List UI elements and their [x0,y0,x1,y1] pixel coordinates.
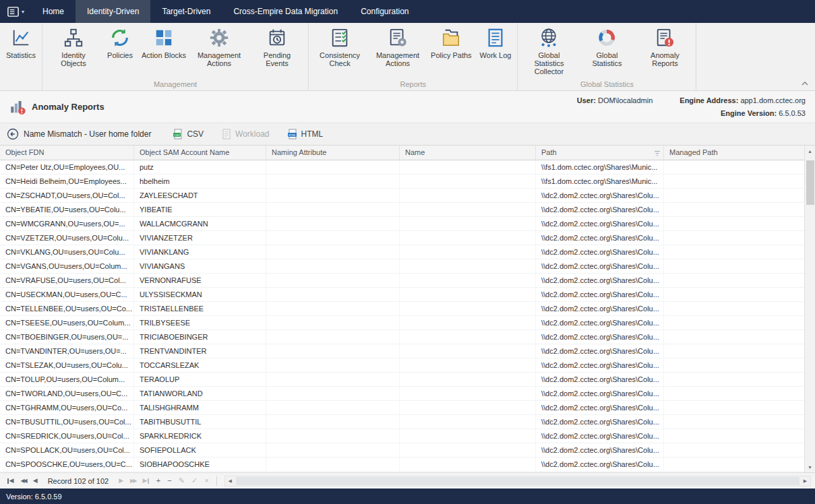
table-row[interactable]: CN=TBUSUTTIL,OU=users,OU=Col...TABITHBUS… [0,415,804,429]
table-cell: \\dc2.dom2.cctec.org\Shares\Colu... [536,288,664,301]
table-row[interactable]: CN=Heidi Belheim,OU=Employees...hbelheim… [0,175,804,189]
column-header-path[interactable]: Path [536,146,664,160]
scrollbar-thumb[interactable] [806,160,814,205]
table-cell: CN=TELLENBEE,OU=users,OU=Co... [0,302,134,315]
hscroll-thumb[interactable] [236,477,799,485]
tab-target-driven[interactable]: Target-Driven [150,0,222,23]
table-cell: TRENTVANDINTER [134,344,266,358]
collapse-ribbon-button[interactable] [800,80,810,88]
table-cell: \\dc2.dom2.cctec.org\Shares\Colu... [536,373,664,386]
table-row[interactable]: CN=TGHRAMM,OU=users,OU=Co...TALISHGHRAMM… [0,401,804,415]
nav-next-button[interactable]: ▶ [116,478,126,484]
column-header-object-fdn[interactable]: Object FDN [0,146,134,160]
table-cell: \\dc2.dom2.cctec.org\Shares\Colu... [536,316,664,329]
scroll-up-arrow[interactable]: ▲ [805,146,815,156]
tab-configuration[interactable]: Configuration [349,0,420,23]
filter-icon[interactable] [654,150,661,156]
page-title: Anomaly Reports [32,102,104,112]
scroll-down-arrow[interactable]: ▼ [805,462,815,472]
toolbar-button-html[interactable]: HTMLHTML [283,126,328,142]
table-row[interactable]: CN=VKLANG,OU=users,OU=Colu...VIVIANKLANG… [0,245,804,259]
user-info: User: DOM\localadmin [577,96,653,104]
table-row[interactable]: CN=VGANS,OU=users,OU=Colum...VIVIANGANS\… [0,259,804,274]
app-menu-button[interactable]: ▾ [0,0,31,23]
table-row[interactable]: CN=TWORLAND,OU=users,OU=C...TATIANWORLAN… [0,387,804,401]
column-header-managed-path[interactable]: Managed Path [664,146,804,160]
ribbon-button-consistency-check[interactable]: Consistency Check [311,23,369,80]
anomaly-reports-icon [655,28,675,48]
horizontal-scrollbar[interactable]: ◀ ▶ [224,476,811,486]
table-row[interactable]: CN=SREDRICK,OU=users,OU=Col...SPARKLREDR… [0,429,804,443]
hscroll-left-arrow[interactable]: ◀ [225,478,235,484]
nav-first-button[interactable]: ◀ [4,478,16,484]
table-row[interactable]: CN=VRAFUSE,OU=users,OU=Col...VERNONRAFUS… [0,274,804,288]
ribbon-button-identity-objects[interactable]: Identity Objects [44,23,102,80]
ribbon-button-pending-events[interactable]: Pending Events [248,23,306,80]
tab-home[interactable]: Home [31,0,76,23]
column-header-naming-attribute[interactable]: Naming Attribute [266,146,400,160]
table-cell [664,274,804,287]
ribbon-button-global-statistics[interactable]: Global Statistics [578,23,636,80]
table-cell [664,175,804,188]
tab-cross-empire-data-migration[interactable]: Cross-Empire Data Migration [222,0,349,23]
scrollbar-track[interactable] [805,156,815,462]
ribbon-button-label: Management Actions [373,51,423,67]
nav-cancel-button[interactable]: × [202,477,211,484]
table-row[interactable]: CN=Peter Utz,OU=Employees,OU...putz\\fs1… [0,160,804,175]
ribbon-button-policy-paths[interactable]: Policy Paths [427,23,476,80]
table-row[interactable]: CN=WMCGRANN,OU=users,OU=...WALLACMCGRANN… [0,217,804,231]
table-cell [664,160,804,174]
nav-last-button[interactable]: ▶ [140,478,152,484]
table-row[interactable]: CN=TOLUP,OU=users,OU=Colum...TERAOLUP\\d… [0,373,804,387]
table-row[interactable]: CN=SPOLLACK,OU=users,OU=Col...SOFIEPOLLA… [0,443,804,458]
back-button[interactable]: Name Mismatch - User home folder [7,128,151,140]
ribbon-button-work-log[interactable]: Work Log [476,23,516,80]
ribbon-button-management-actions[interactable]: Management Actions [369,23,427,80]
toolbar-button-csv[interactable]: CSVCSV [169,126,208,142]
table-row[interactable]: CN=ZSCHADT,OU=users,OU=Col...ZAYLEESCHAD… [0,189,804,203]
ribbon-button-global-statistics-collector[interactable]: Global Statistics Collector [520,23,578,80]
ribbon-button-policies[interactable]: Policies [102,23,138,80]
column-header-name[interactable]: Name [400,146,536,160]
table-cell [400,203,536,216]
column-header-object-sam-account-name[interactable]: Object SAM Account Name [134,146,266,160]
ribbon-button-statistics[interactable]: Statistics [2,23,40,80]
table-row[interactable]: CN=TSLEZAK,OU=users,OU=Colu...TOCCARSLEZ… [0,358,804,373]
table-row[interactable]: CN=SPOOSCHKE,OU=users,OU=C...SIOBHAPOOSC… [0,458,804,472]
hscroll-right-arrow[interactable]: ▶ [800,478,810,484]
table-cell: \\dc2.dom2.cctec.org\Shares\Colu... [536,217,664,230]
table-cell [266,203,400,216]
consistency-check-icon [330,28,350,48]
table-cell: \\dc2.dom2.cctec.org\Shares\Colu... [536,259,664,273]
column-header-label: Path [541,148,557,156]
nav-prev-button[interactable]: ◀ [30,478,40,484]
record-count-label: Record 102 of 102 [48,477,109,485]
table-row[interactable]: CN=YBEATIE,OU=users,OU=Colu...YIBEATIE\\… [0,203,804,217]
table-row[interactable]: CN=USECKMAN,OU=users,OU=C...ULYSSISECKMA… [0,288,804,302]
table-cell [400,175,536,188]
table-cell [664,358,804,372]
vertical-scrollbar[interactable]: ▲ ▼ [804,146,815,472]
table-cell [266,175,400,188]
action-blocks-icon [154,28,174,48]
nav-edit-button[interactable]: ✎ [176,477,187,484]
toolbar-button-workload[interactable]: Workload [217,126,273,142]
table-cell: CN=YBEATIE,OU=users,OU=Colu... [0,203,134,216]
table-row[interactable]: CN=TBOEBINGER,OU=users,OU=...TRICIABOEBI… [0,330,804,344]
table-row[interactable]: CN=VZETZER,OU=users,OU=Colu...VIVIANZETZ… [0,231,804,245]
nav-prev-page-button[interactable]: ◀◀ [18,478,28,484]
nav-next-page-button[interactable]: ▶▶ [127,478,138,484]
ribbon-button-management-actions[interactable]: Management Actions [190,23,248,80]
table-row[interactable]: CN=TSEESE,OU=users,OU=Colum...TRILBYSEES… [0,316,804,330]
nav-append-button[interactable]: + [154,477,163,484]
table-cell [266,458,400,471]
table-row[interactable]: CN=TVANDINTER,OU=users,OU=...TRENTVANDIN… [0,344,804,358]
nav-post-button[interactable]: ✓ [189,477,200,484]
ribbon-button-anomaly-reports[interactable]: Anomaly Reports [636,23,694,80]
hscroll-track[interactable] [235,476,800,486]
tab-identity-driven[interactable]: Identity-Driven [76,0,150,23]
nav-delete-button[interactable]: − [164,477,174,484]
table-row[interactable]: CN=TELLENBEE,OU=users,OU=Co...TRISTAELLE… [0,302,804,316]
global-statistics-icon [597,28,617,48]
ribbon-button-action-blocks[interactable]: Action Blocks [138,23,190,80]
